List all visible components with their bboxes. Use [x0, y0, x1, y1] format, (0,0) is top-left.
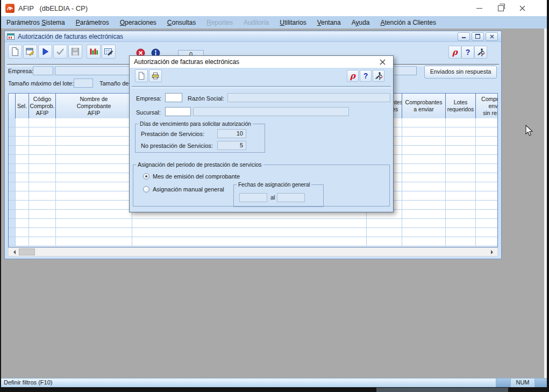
mdi-window-controls: [458, 32, 498, 41]
dialog-title: Autorización de facturas electrónicas: [134, 58, 239, 66]
dialog-help-button[interactable]: ?: [360, 70, 372, 82]
table-cell: [9, 191, 16, 201]
arrow-right-icon: [491, 250, 495, 254]
rho-icon: ρ: [452, 47, 458, 57]
menu-item[interactable]: Atención a Clientes: [375, 17, 441, 28]
menu-item[interactable]: Parámetros Sistema: [1, 17, 70, 28]
scroll-left-button[interactable]: [9, 248, 18, 256]
menu-item[interactable]: Parámetros: [70, 17, 115, 28]
close-icon: [519, 5, 525, 11]
runner-icon: [374, 72, 383, 80]
arrow-left-icon: [11, 250, 16, 254]
dialog-exit-button[interactable]: [373, 70, 384, 82]
table-cell: [446, 155, 476, 164]
save-button-disabled[interactable]: [68, 45, 82, 59]
confirm-button-disabled[interactable]: [53, 45, 67, 59]
new-button[interactable]: [8, 45, 22, 59]
grid-edit-button[interactable]: [102, 45, 116, 59]
table-cell: [16, 118, 29, 127]
table-row[interactable]: [9, 219, 497, 228]
table-cell: [29, 228, 56, 237]
grid-column-header[interactable]: Comprobantes enviados sin respuesta: [476, 94, 498, 118]
table-cell: [476, 228, 498, 237]
check-icon: [55, 47, 65, 56]
menu-item[interactable]: Reportes: [201, 17, 238, 28]
table-cell: [56, 201, 132, 210]
grid-column-header[interactable]: [9, 94, 16, 118]
table-cell: [402, 146, 446, 155]
sucursal-label: Sucursal:: [136, 109, 161, 116]
table-cell: [29, 137, 56, 146]
whistle-button[interactable]: ρ: [448, 46, 461, 59]
enviados-sin-respuesta-button[interactable]: Enviados sin respuesta: [424, 66, 497, 79]
dialog-whistle-button[interactable]: ρ: [347, 70, 359, 82]
radio-mes-emision[interactable]: Mes de emisión del comprobante: [143, 173, 240, 180]
table-cell: [16, 182, 29, 191]
table-cell: [29, 237, 56, 246]
rho-icon: ρ: [350, 71, 355, 81]
dialog-close-button[interactable]: [377, 56, 388, 67]
menu-item[interactable]: Utilitarios: [274, 17, 311, 28]
prestacion-field: 10: [217, 129, 246, 138]
menu-item[interactable]: Operaciones: [115, 17, 162, 28]
table-cell: [56, 146, 132, 155]
radio-button-icon[interactable]: [143, 173, 149, 180]
save-icon: [70, 47, 80, 56]
fecha-desde-field: [239, 193, 267, 202]
restore-button[interactable]: [490, 0, 511, 16]
table-row[interactable]: [9, 228, 497, 237]
al-label: al: [270, 194, 275, 201]
help-button[interactable]: ?: [461, 46, 474, 59]
grid-horizontal-scrollbar[interactable]: [8, 247, 498, 256]
properties-button[interactable]: [23, 45, 37, 59]
mdi-minimize-button[interactable]: [458, 32, 470, 41]
close-button[interactable]: [511, 0, 533, 16]
window-right-edge: [544, 28, 547, 378]
batch-columns-button[interactable]: [87, 45, 101, 59]
dialog-new-button[interactable]: [135, 69, 148, 82]
table-cell: [29, 127, 56, 137]
table-cell: [446, 237, 476, 246]
radio-label: Mes de emisión del comprobante: [153, 173, 240, 180]
mdi-restore-button[interactable]: [472, 32, 484, 41]
table-row[interactable]: [9, 237, 497, 246]
status-panel: [496, 379, 510, 387]
grid-column-header[interactable]: Código Comprob. AFIP: [29, 94, 56, 118]
menu-item[interactable]: Auditoria: [238, 17, 274, 28]
table-cell: [446, 182, 476, 191]
grid-column-header[interactable]: Comprobantes a enviar: [402, 94, 446, 118]
scroll-right-button[interactable]: [488, 248, 497, 256]
menu-item[interactable]: Ayuda: [346, 17, 375, 28]
fecha-hasta-field: [277, 193, 305, 202]
table-cell: [132, 237, 367, 246]
mdi-close-button[interactable]: [486, 32, 498, 41]
table-cell: [56, 228, 132, 237]
mdi-title-bar: Autorización de facturas electrónicas: [5, 31, 501, 42]
help-icon: ?: [363, 72, 368, 80]
radio-button-icon[interactable]: [143, 186, 149, 193]
radio-asignacion-manual[interactable]: Asignación manual general: [143, 186, 224, 193]
minimize-button[interactable]: [468, 0, 490, 16]
no-prestacion-label: No prestación de Servicios:: [141, 142, 213, 149]
table-cell: [402, 219, 446, 228]
table-cell: [402, 228, 446, 237]
grid-column-header[interactable]: Nombre de Comprobante AFIP: [56, 94, 132, 118]
grid-column-header[interactable]: Lotes requeridos: [446, 94, 476, 118]
table-cell: [446, 137, 476, 146]
table-cell: [56, 137, 132, 146]
scrollbar-thumb[interactable]: [19, 248, 35, 255]
table-cell: [29, 201, 56, 210]
table-cell: [402, 127, 446, 137]
dialog-print-button[interactable]: [149, 69, 162, 82]
grid-column-header[interactable]: Sel.: [16, 94, 29, 118]
table-cell: [9, 137, 16, 146]
exit-button[interactable]: [474, 46, 487, 59]
execute-button[interactable]: [38, 45, 52, 59]
table-cell: [476, 137, 498, 146]
empresa-input[interactable]: [165, 93, 182, 102]
sucursal-input[interactable]: [165, 107, 191, 116]
table-cell: [132, 228, 367, 237]
menu-item[interactable]: Consultas: [162, 17, 201, 28]
menu-item[interactable]: Ventana: [312, 17, 346, 28]
num-indicator: NUM: [510, 379, 534, 387]
